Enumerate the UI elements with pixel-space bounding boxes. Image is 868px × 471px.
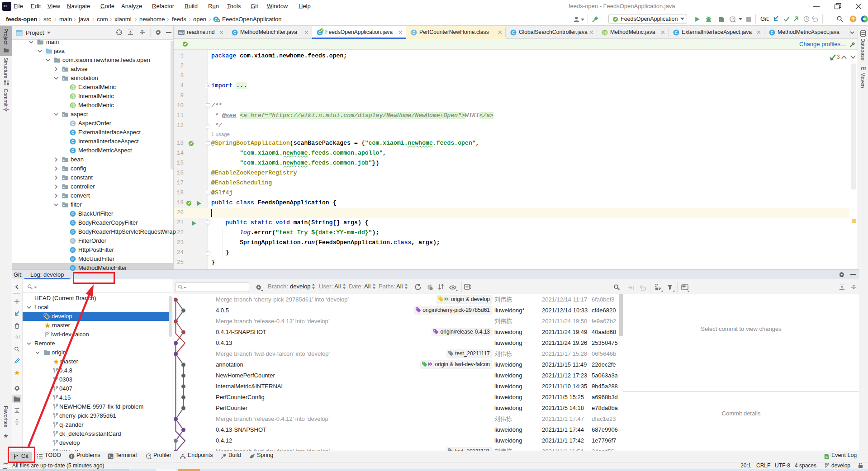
svg-text:C: C [233,30,237,35]
svg-text:C: C [512,30,515,35]
svg-text:C: C [71,212,75,216]
svg-text:C: C [71,148,75,153]
svg-text:C: C [71,130,75,135]
svg-text:C: C [71,230,75,234]
svg-text:C: C [71,248,75,252]
svg-text:@: @ [71,103,75,108]
svg-text:MD: MD [179,31,184,34]
svg-text:S: S [825,455,828,459]
svg-text:@: @ [71,85,75,90]
svg-text:C: C [413,30,416,35]
svg-text:C: C [675,30,678,35]
svg-text:C: C [71,221,75,225]
svg-text:C: C [71,257,75,261]
svg-text:C: C [771,30,774,35]
svg-text:C: C [71,239,75,243]
svg-text:C: C [71,139,75,144]
svg-text:@: @ [602,30,607,35]
svg-text:C: C [71,121,75,126]
svg-text:@: @ [71,94,75,99]
